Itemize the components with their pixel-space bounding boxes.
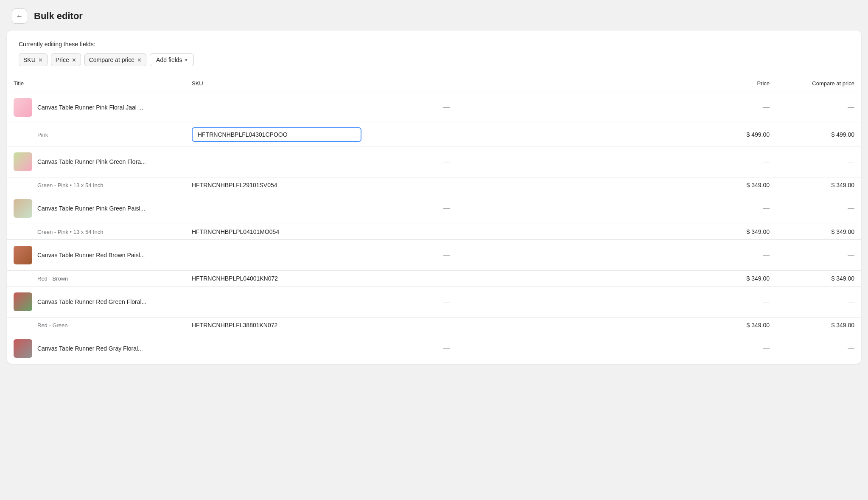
add-fields-button[interactable]: Add fields ▾: [150, 53, 193, 66]
field-tag-compare: Compare at price ✕: [84, 53, 146, 66]
product-name: Canvas Table Runner Red Gray Floral...: [37, 345, 143, 352]
sku-cell: HFTRNCNHBPLFL38801KN072: [185, 317, 708, 333]
product-thumbnail: [14, 98, 32, 117]
sku-value: HFTRNCNHBPLPL04101MO054: [192, 228, 279, 235]
variant-row: Red - Brown HFTRNCNHBPLPL04001KN072 $ 34…: [7, 271, 861, 287]
product-thumbnail: [14, 199, 32, 218]
page-header: ← Bulk editor: [0, 0, 868, 31]
field-tag-price: Price ✕: [51, 53, 81, 66]
fields-section: Currently editing these fields: SKU ✕ Pr…: [7, 31, 861, 75]
price-value: 349.00: [751, 322, 770, 329]
product-sku-dash: —: [185, 240, 708, 271]
product-compare-dash: —: [776, 92, 861, 123]
chevron-down-icon: ▾: [185, 57, 188, 63]
product-title-cell: Canvas Table Runner Red Brown Paisl...: [7, 240, 185, 271]
variant-row: Red - Green HFTRNCNHBPLFL38801KN072 $ 34…: [7, 317, 861, 333]
product-sku-dash: —: [185, 146, 708, 177]
compare-value: 349.00: [836, 322, 854, 329]
table-row: Canvas Table Runner Red Gray Floral... —…: [7, 333, 861, 364]
variant-label: Red - Brown: [14, 275, 68, 282]
compare-cell: $ 349.00: [776, 317, 861, 333]
sku-input[interactable]: [192, 127, 361, 142]
table-row: Canvas Table Runner Red Brown Paisl... —…: [7, 240, 861, 271]
page-title: Bulk editor: [34, 11, 83, 22]
product-sku-dash: —: [185, 333, 708, 364]
back-arrow-icon: ←: [16, 12, 23, 20]
variant-label: Green - Pink • 13 x 54 Inch: [14, 182, 104, 188]
col-header-price: Price: [708, 75, 776, 92]
product-sku-dash: —: [185, 92, 708, 123]
product-compare-dash: —: [776, 146, 861, 177]
product-name: Canvas Table Runner Pink Green Paisl...: [37, 205, 145, 212]
price-cell: $ 349.00: [708, 177, 776, 193]
remove-price-icon[interactable]: ✕: [72, 57, 76, 63]
price-symbol: $: [746, 322, 751, 329]
field-tag-compare-label: Compare at price: [89, 56, 134, 63]
table-row: Canvas Table Runner Pink Green Paisl... …: [7, 193, 861, 224]
sku-cell: HFTRNCNHBPLPL04001KN072: [185, 271, 708, 287]
fields-row: SKU ✕ Price ✕ Compare at price ✕ Add fie…: [19, 53, 849, 66]
price-cell: $ 349.00: [708, 317, 776, 333]
sku-input-cell[interactable]: [185, 123, 708, 146]
compare-value: 349.00: [836, 228, 854, 235]
table-row: Canvas Table Runner Pink Floral Jaal ...…: [7, 92, 861, 123]
remove-sku-icon[interactable]: ✕: [38, 57, 43, 63]
product-price-dash: —: [708, 333, 776, 364]
remove-compare-icon[interactable]: ✕: [137, 57, 142, 63]
back-button[interactable]: ←: [12, 8, 27, 24]
variant-name-cell: Red - Brown: [7, 271, 185, 287]
field-tag-sku: SKU ✕: [19, 53, 48, 66]
variant-row: Pink $ 499.00 $ 499.00: [7, 123, 861, 146]
product-compare-dash: —: [776, 240, 861, 271]
product-sku-dash: —: [185, 287, 708, 317]
price-value: 349.00: [751, 182, 770, 188]
compare-value: 349.00: [836, 275, 854, 282]
compare-cell: $ 349.00: [776, 177, 861, 193]
product-thumbnail: [14, 246, 32, 264]
compare-cell: $ 349.00: [776, 224, 861, 240]
col-header-title: Title: [7, 75, 185, 92]
price-cell: $ 349.00: [708, 271, 776, 287]
price-value: 349.00: [751, 275, 770, 282]
variant-name-cell: Red - Green: [7, 317, 185, 333]
compare-cell: $ 349.00: [776, 271, 861, 287]
product-compare-dash: —: [776, 287, 861, 317]
sku-value: HFTRNCNHBPLFL38801KN072: [192, 322, 277, 329]
price-cell: $ 499.00: [708, 123, 776, 146]
table-row: Canvas Table Runner Red Green Floral... …: [7, 287, 861, 317]
product-name: Canvas Table Runner Red Brown Paisl...: [37, 252, 145, 258]
product-name: Canvas Table Runner Pink Green Flora...: [37, 158, 146, 165]
product-price-dash: —: [708, 287, 776, 317]
product-thumbnail: [14, 152, 32, 171]
variant-label: Green - Pink • 13 x 54 Inch: [14, 229, 104, 235]
variant-name-cell: Green - Pink • 13 x 54 Inch: [7, 177, 185, 193]
variant-name-cell: Pink: [7, 123, 185, 146]
variant-row: Green - Pink • 13 x 54 Inch HFTRNCNHBPLF…: [7, 177, 861, 193]
compare-symbol: $: [831, 322, 836, 329]
compare-cell: $ 499.00: [776, 123, 861, 146]
variant-row: Green - Pink • 13 x 54 Inch HFTRNCNHBPLP…: [7, 224, 861, 240]
product-compare-dash: —: [776, 333, 861, 364]
product-thumbnail: [14, 292, 32, 311]
price-symbol: $: [746, 228, 751, 235]
product-title-cell: Canvas Table Runner Red Green Floral...: [7, 287, 185, 317]
compare-value: 499.00: [836, 131, 854, 138]
variant-label: Red - Green: [14, 322, 68, 329]
product-price-dash: —: [708, 146, 776, 177]
product-name: Canvas Table Runner Pink Floral Jaal ...: [37, 104, 143, 111]
product-name: Canvas Table Runner Red Green Floral...: [37, 298, 146, 305]
sku-value: HFTRNCNHBPLPL04001KN072: [192, 275, 278, 282]
main-card: Currently editing these fields: SKU ✕ Pr…: [7, 31, 861, 364]
price-value: 349.00: [751, 228, 770, 235]
price-symbol: $: [746, 182, 751, 188]
col-header-compare: Compare at price: [776, 75, 861, 92]
variant-name-cell: Green - Pink • 13 x 54 Inch: [7, 224, 185, 240]
col-header-sku: SKU: [185, 75, 708, 92]
price-symbol: $: [746, 131, 751, 138]
sku-cell: HFTRNCNHBPLPL04101MO054: [185, 224, 708, 240]
compare-symbol: $: [831, 275, 836, 282]
price-value: 499.00: [751, 131, 770, 138]
product-price-dash: —: [708, 240, 776, 271]
add-fields-label: Add fields: [156, 56, 182, 63]
table-header-row: Title SKU Price Compare at price: [7, 75, 861, 92]
